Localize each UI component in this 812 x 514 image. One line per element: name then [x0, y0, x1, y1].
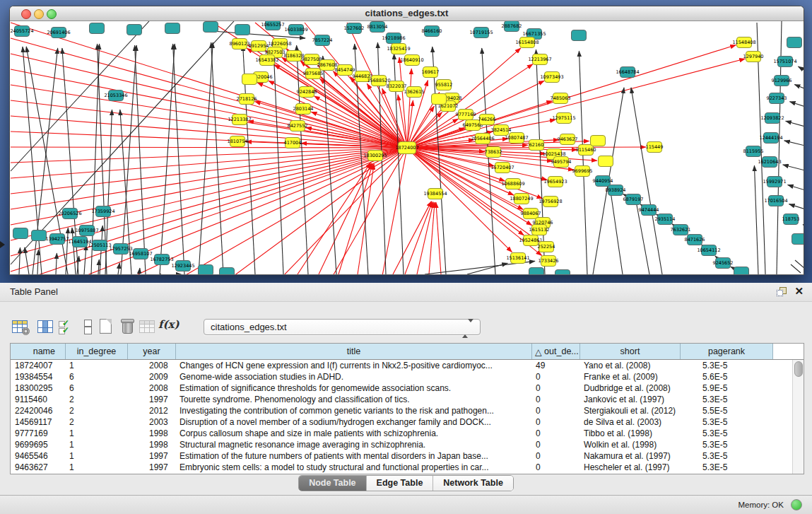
graph-node[interactable]	[32, 230, 47, 241]
cell-out[interactable]: 0	[532, 428, 580, 439]
cell-page[interactable]: 5.3E-5	[681, 360, 773, 371]
graph-node[interactable]: 9227343	[767, 93, 787, 104]
cell-page[interactable]: 5.5E-5	[681, 405, 773, 416]
cell-year[interactable]: 1998	[128, 428, 176, 439]
column-header-name[interactable]: name	[11, 344, 66, 359]
network-canvas[interactable]: 2405572420691406106552571603380978572241…	[10, 21, 804, 274]
graph-node[interactable]: 9777169	[456, 110, 476, 120]
graph-node[interactable]: 2935114	[655, 214, 676, 225]
graph-node[interactable]: 252254	[538, 242, 555, 252]
graph-node[interactable]: 16782753	[150, 255, 173, 265]
graph-node[interactable]	[165, 23, 180, 34]
cell-in[interactable]: 2	[66, 405, 128, 416]
cell-name[interactable]: 9777169	[11, 428, 66, 439]
graph-node[interactable]: 15751074	[773, 57, 796, 67]
function-builder-icon[interactable]: f(x)	[158, 318, 180, 331]
cell-title[interactable]: Tourette syndrome. Phenomenology and cla…	[176, 394, 532, 405]
graph-node[interactable]: 8938924	[606, 185, 626, 196]
graph-node[interactable]: 8960123	[230, 39, 250, 49]
cell-title[interactable]: Estimation of significance thresholds fo…	[176, 382, 532, 394]
cell-out[interactable]: 0	[532, 439, 580, 450]
graph-node[interactable]: 9245652	[713, 258, 734, 269]
window-titlebar[interactable]: citations_edges.txt	[10, 6, 804, 21]
cell-in[interactable]: 1	[66, 428, 128, 439]
cell-in[interactable]: 6	[66, 371, 128, 382]
column-header-in-degree[interactable]: in_degree	[66, 344, 128, 359]
table-row[interactable]: 1830029562008Estimation of significance …	[11, 382, 793, 394]
delete-column-icon[interactable]	[117, 317, 136, 337]
graph-node[interactable]: 62160	[529, 140, 544, 151]
cell-year[interactable]: 2008	[128, 360, 176, 371]
graph-node[interactable]: 2803144	[293, 104, 314, 115]
cell-page[interactable]: 5.3E-5	[681, 394, 773, 405]
graph-node[interactable]	[572, 30, 587, 41]
graph-node[interactable]: 169617	[422, 67, 440, 78]
cell-year[interactable]: 2009	[128, 371, 176, 382]
table-row[interactable]: 1938455462009Genome-wide association stu…	[11, 371, 793, 382]
cell-short[interactable]: Nakamura et al. (1997)	[580, 450, 681, 462]
cell-short[interactable]: Hescheler et al. (1997)	[580, 462, 681, 473]
graph-node[interactable]: 20691406	[47, 28, 70, 38]
cell-page[interactable]: 5.9E-5	[681, 382, 773, 394]
cell-title[interactable]: Disruption of a novel member of a sodium…	[176, 416, 532, 428]
graph-node[interactable]: 12213387	[228, 115, 251, 125]
cell-year[interactable]: 2012	[128, 405, 176, 416]
graph-node[interactable]: 12923445	[171, 261, 194, 271]
cell-year[interactable]: 1997	[128, 394, 176, 405]
graph-node[interactable]: 9463627	[558, 134, 578, 145]
cell-short[interactable]: Jankovic et al. (1997)	[580, 394, 681, 405]
table-row[interactable]: 946362711997Embryonic stem cells: a mode…	[11, 462, 793, 473]
graph-node[interactable]: 9242848	[297, 87, 317, 98]
graph-node[interactable]: 8813054	[367, 22, 388, 33]
graph-node[interactable]: 12975115	[552, 113, 575, 124]
graph-node[interactable]: 16033809	[284, 25, 307, 35]
cell-out[interactable]: 0	[532, 382, 580, 394]
cell-name[interactable]: 9463627	[11, 462, 66, 473]
cell-page[interactable]: 5.3E-5	[681, 428, 773, 439]
graph-node[interactable]	[432, 94, 447, 105]
tab-edge-table[interactable]: Edge Table	[367, 476, 434, 491]
graph-node[interactable]: 1362615	[404, 87, 425, 98]
graph-node[interactable]: 9129966	[772, 76, 792, 86]
graph-node[interactable]: 17359924	[91, 206, 114, 217]
cell-out[interactable]: 0	[532, 405, 580, 416]
cell-year[interactable]: 1997	[128, 450, 176, 462]
graph-node[interactable]: 118753	[782, 214, 800, 225]
cell-name[interactable]: 9699695	[11, 439, 66, 450]
cell-out[interactable]: 0	[532, 450, 580, 462]
tab-node-table[interactable]: Node Table	[299, 476, 366, 491]
graph-node[interactable]: 17016504	[764, 196, 787, 206]
cell-title[interactable]: Corpus callosum shape and size in male p…	[176, 428, 532, 439]
cell-short[interactable]: Franke et al. (2009)	[580, 371, 681, 382]
graph-node[interactable]: 8471626	[685, 235, 705, 245]
graph-node[interactable]: 12093822	[760, 113, 784, 124]
cell-title[interactable]: Genome-wide association studies in ADHD.	[176, 371, 532, 382]
graph-node[interactable]	[220, 268, 235, 275]
scrollbar-thumb[interactable]	[794, 361, 803, 377]
cell-name[interactable]: 9465546	[11, 450, 66, 462]
graph-node[interactable]: 3824514	[491, 125, 512, 136]
column-header-pagerank[interactable]: pagerank	[681, 344, 773, 359]
graph-node[interactable]: 10975887	[75, 226, 98, 236]
cell-short[interactable]: Yano et al. (2008)	[580, 360, 681, 371]
graph-node[interactable]: 11548408	[732, 37, 755, 48]
table-mode-icon[interactable]	[10, 317, 30, 337]
graph-node[interactable]: 1810754	[228, 136, 248, 147]
vertical-scrollbar[interactable]	[792, 360, 804, 474]
cell-page[interactable]: 5.6E-5	[681, 371, 773, 382]
cell-year[interactable]: 1998	[128, 439, 176, 450]
graph-node[interactable]: 12213967	[528, 54, 551, 65]
cell-page[interactable]: 5.3E-5	[681, 439, 773, 450]
graph-node[interactable]: 1297940	[743, 52, 764, 62]
graph-node[interactable]: 9875685	[303, 69, 324, 79]
cell-in[interactable]: 2	[66, 416, 128, 428]
cell-out[interactable]: 0	[532, 462, 580, 473]
table-row[interactable]: 977716911998Corpus callosum shape and si…	[11, 428, 793, 439]
table-row[interactable]: 911546021997Tourette syndrome. Phenomeno…	[11, 394, 793, 405]
cell-name[interactable]: 22420046	[11, 405, 66, 416]
graph-node[interactable]: 10655257	[261, 21, 284, 30]
graph-node[interactable]: 746266	[478, 115, 496, 125]
cell-name[interactable]: 18724007	[11, 360, 66, 371]
graph-node[interactable]: 1733426	[539, 256, 559, 267]
graph-node[interactable]: 18325419	[387, 44, 410, 54]
